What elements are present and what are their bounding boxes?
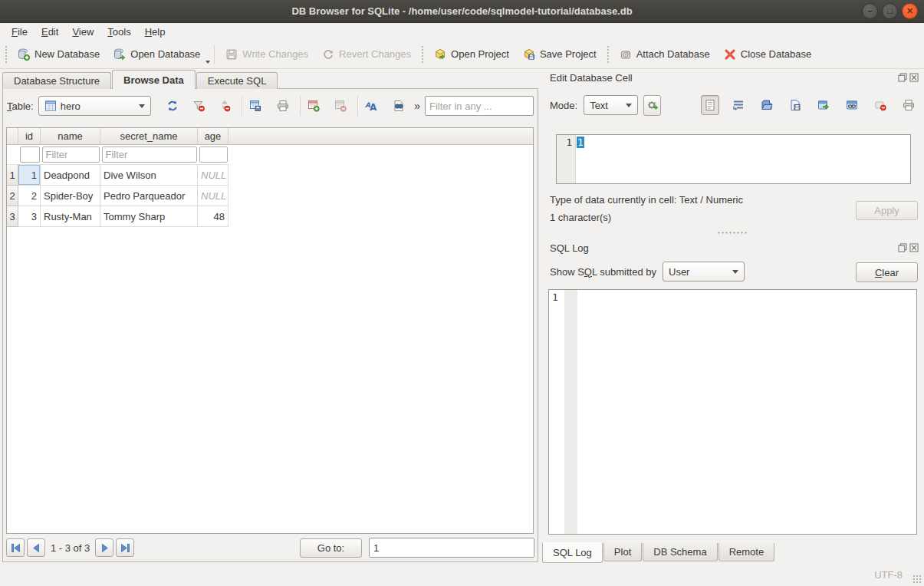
column-header-id[interactable]: id: [18, 128, 41, 145]
grid-header-filler: [229, 128, 533, 145]
tab-db-schema[interactable]: DB Schema: [643, 543, 717, 561]
word-wrap-button[interactable]: [729, 95, 748, 115]
toolbar-drag-handle[interactable]: [420, 44, 425, 64]
tab-database-structure[interactable]: Database Structure: [2, 72, 111, 89]
cell-name[interactable]: Deadpond: [41, 165, 100, 186]
tab-browse-data[interactable]: Browse Data: [112, 70, 196, 89]
close-panel-icon[interactable]: [909, 243, 919, 252]
filter-input-name[interactable]: [42, 146, 100, 163]
import-cell-data-button[interactable]: [758, 95, 776, 115]
table-row: 1 1 Deadpond Dive Wilson NULL: [7, 165, 533, 186]
cell-age[interactable]: 48: [198, 206, 229, 227]
auto-mode-button[interactable]: [643, 95, 661, 116]
filter-input-age[interactable]: [199, 146, 228, 163]
cell-name[interactable]: Rusty-Man: [41, 206, 100, 227]
attach-database-label: Attach Database: [636, 48, 710, 60]
clear-log-button[interactable]: Clear: [856, 262, 918, 282]
save-file-icon: [789, 99, 801, 111]
mode-select[interactable]: Text: [584, 95, 638, 115]
clear-sorting-button[interactable]: [215, 96, 234, 116]
open-project-button[interactable]: Open Project: [427, 43, 516, 66]
clear-filters-button[interactable]: [189, 96, 208, 116]
toolbar-drag-handle[interactable]: [4, 44, 8, 64]
text-view-button[interactable]: [701, 95, 719, 115]
save-project-button[interactable]: Save Project: [516, 43, 603, 66]
next-record-button[interactable]: [95, 538, 113, 557]
column-header-age[interactable]: age: [198, 128, 229, 145]
copy-link-button[interactable]: [843, 95, 861, 115]
revert-changes-button: Revert Changes: [315, 43, 418, 66]
cell-editor-value[interactable]: 1: [577, 137, 584, 148]
row-header[interactable]: 2: [7, 186, 18, 206]
open-database-button[interactable]: Open Database: [107, 43, 207, 66]
previous-record-icon: [31, 543, 41, 553]
record-navigation: 1 - 3 of 3 Go to:: [6, 538, 534, 558]
sql-source-select[interactable]: User: [663, 262, 745, 281]
previous-record-button[interactable]: [27, 538, 45, 557]
main-tab-bar: Database Structure Browse Data Execute S…: [2, 70, 278, 89]
open-database-dropdown-icon[interactable]: [206, 61, 210, 64]
row-header[interactable]: 1: [7, 165, 18, 186]
cell-id[interactable]: 3: [18, 206, 41, 227]
close-database-button[interactable]: Close Database: [717, 43, 819, 66]
export-cell-data-button[interactable]: [786, 95, 804, 115]
insert-record-button[interactable]: [304, 96, 323, 116]
cell-secret-name[interactable]: Tommy Sharp: [100, 206, 198, 227]
close-button[interactable]: ✕: [902, 3, 918, 19]
close-panel-icon[interactable]: [909, 73, 919, 82]
toolbar-overflow-button[interactable]: »: [414, 100, 420, 112]
clear-filter-icon: [192, 100, 205, 112]
open-in-external-button[interactable]: [814, 95, 833, 115]
cell-name[interactable]: Spider-Boy: [41, 186, 100, 206]
edit-cell-title: Edit Database Cell: [550, 72, 633, 84]
next-record-icon: [100, 543, 110, 553]
resize-grip[interactable]: [912, 574, 922, 584]
filter-any-input[interactable]: [425, 96, 534, 116]
goto-input[interactable]: [369, 538, 534, 558]
cell-editor[interactable]: 1 1: [556, 134, 911, 184]
goto-button[interactable]: Go to:: [300, 538, 362, 558]
cell-id[interactable]: 1: [18, 165, 41, 186]
column-header-secret-name[interactable]: secret_name: [100, 128, 198, 145]
browse-controls: Table: hero: [7, 95, 534, 117]
last-record-button[interactable]: [116, 538, 134, 557]
cell-secret-name[interactable]: Dive Wilson: [100, 165, 198, 186]
float-panel-icon[interactable]: [898, 243, 907, 252]
cell-age[interactable]: NULL: [198, 165, 229, 186]
tab-remote[interactable]: Remote: [718, 543, 775, 561]
first-record-button[interactable]: [6, 538, 25, 557]
maximize-button[interactable]: □: [882, 3, 898, 19]
toolbar-drag-handle[interactable]: [606, 44, 610, 64]
find-in-table-button[interactable]: [390, 96, 408, 116]
print-cell-button[interactable]: [899, 95, 918, 115]
float-panel-icon[interactable]: [898, 73, 907, 82]
cell-secret-name[interactable]: Pedro Parqueador: [100, 186, 198, 206]
save-table-button[interactable]: [246, 96, 265, 116]
dock-splitter-handle[interactable]: [717, 231, 748, 235]
log-content[interactable]: [577, 290, 916, 534]
tab-sql-log[interactable]: SQL Log: [542, 542, 603, 563]
refresh-button[interactable]: [163, 96, 182, 116]
menu-view[interactable]: View: [65, 25, 100, 39]
new-database-button[interactable]: New Database: [11, 43, 107, 66]
menu-file[interactable]: File: [5, 25, 35, 39]
print-table-button[interactable]: [274, 96, 292, 116]
tab-execute-sql[interactable]: Execute SQL: [196, 72, 278, 89]
sql-log-editor[interactable]: 1: [548, 289, 917, 535]
attach-database-button[interactable]: Attach Database: [613, 43, 717, 66]
filter-input-secret-name[interactable]: [102, 146, 197, 163]
row-header[interactable]: 3: [7, 206, 18, 227]
column-header-name[interactable]: name: [41, 128, 100, 145]
new-database-label: New Database: [35, 48, 100, 60]
cell-id[interactable]: 2: [18, 186, 41, 206]
font-button[interactable]: A A: [362, 96, 380, 116]
encoding-indicator[interactable]: UTF-8: [874, 569, 903, 581]
table-select[interactable]: hero: [38, 96, 151, 116]
cell-age[interactable]: NULL: [198, 186, 229, 206]
minimize-button[interactable]: –: [862, 3, 878, 19]
menu-edit[interactable]: Edit: [35, 25, 65, 39]
tab-plot[interactable]: Plot: [603, 543, 642, 561]
menu-tools[interactable]: Tools: [100, 25, 137, 39]
filter-input-id[interactable]: [20, 146, 40, 163]
menu-help[interactable]: Help: [138, 25, 173, 39]
